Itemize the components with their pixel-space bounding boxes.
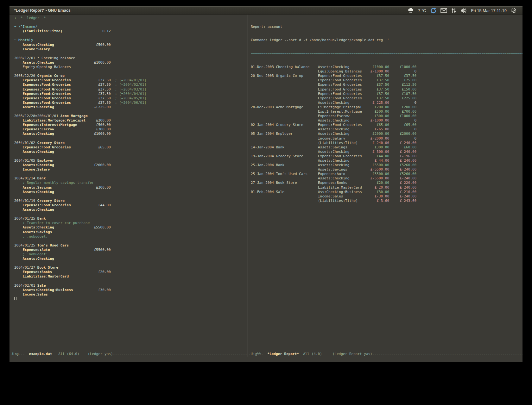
source-line: Expenses:Auto £5500.00 (14, 248, 248, 252)
register-account: Assets:Savings (318, 167, 362, 172)
register-row[interactable]: 01-Dec-2003 Checking balanceAssets:Check… (251, 65, 522, 69)
source-line (14, 154, 248, 159)
register-row[interactable]: (Liabilities:Tithe)£-3.60£-243.60 (251, 199, 522, 203)
register-amount: £-3.60 (362, 199, 389, 203)
register-row[interactable]: 19-Jan-2004 Grocery StoreExpens:Food:Gro… (251, 154, 522, 159)
register-row[interactable]: Expens:Food:Groceries£37.50£225.00 (251, 96, 522, 101)
register-row[interactable]: 25-Jan-2004 BankAssets:Checking£5500.00£… (251, 163, 522, 167)
report-buffer[interactable]: Report: account Command: ledger --sort d… (248, 15, 522, 351)
text-cursor (14, 297, 16, 300)
source-line (14, 297, 248, 301)
source-line: Expenses:Food:Groceries £44.00 (14, 203, 248, 208)
ledger-buffer[interactable]: ; -*- ledger -*-= /^Income/ (Liabilities… (10, 15, 248, 351)
source-line (14, 109, 248, 114)
ledger-report-window[interactable]: Report: account Command: ledger --sort d… (248, 15, 522, 357)
register-date-payee (251, 96, 318, 101)
ledger-file-window[interactable]: ; -*- ledger -*-= /^Income/ (Liabilities… (10, 15, 248, 357)
register-amount: £30.00 (362, 190, 389, 194)
report-entries: 01-Dec-2003 Checking balanceAssets:Check… (251, 65, 522, 203)
window-titlebar[interactable]: *Ledger Report* - GNU Emacs 7 °C (10, 6, 522, 15)
modeline-position-modes: All (4,0) (Ledger Report yas) (299, 351, 372, 357)
register-row[interactable]: 27-Jan-2004 Book StoreExpenses:Books£20.… (251, 181, 522, 185)
source-line: Expenses:Food:Groceries £37.50 ; [=2004/… (14, 87, 248, 92)
register-date-payee (251, 92, 318, 96)
register-balance: 0 (389, 127, 416, 132)
register-row[interactable]: Exp:Interest:Mortgage£500.00£700.00 (251, 109, 522, 114)
register-balance: 0 (389, 101, 416, 105)
register-account: Exp:Interest:Mortgage (318, 109, 362, 114)
register-account: Expenses:Books (318, 181, 362, 185)
minibuffer[interactable] (10, 357, 522, 362)
register-amount: £37.50 (362, 78, 389, 83)
register-date-payee: 25-Jan-2004 Tom's Used Cars (251, 172, 318, 176)
power-gear-icon[interactable] (511, 8, 517, 14)
source-line: Expenses:Food:Groceries £37.50 ; [=2004/… (14, 96, 248, 101)
register-balance: £150.00 (389, 87, 416, 92)
register-date-payee (251, 101, 318, 105)
source-line: 2004/01/25 Tom's Used Cars (14, 243, 248, 248)
modeline-buffer-name: example.dat (29, 351, 52, 357)
register-row[interactable]: 20-Dec-2003 Organic Co-opExpens:Food:Gro… (251, 74, 522, 78)
register-row[interactable]: 28-Dec-2003 Acme MortgageLi:Mortgage:Pri… (251, 105, 522, 109)
register-row[interactable]: 05-Jan-2004 EmployerAssets:Checking£2000… (251, 132, 522, 136)
register-balance: £-243.60 (389, 199, 416, 203)
register-row[interactable]: Expens:Food:Groceries£37.50£187.50 (251, 92, 522, 96)
register-balance: £187.50 (389, 92, 416, 96)
register-balance: £-240.00 (389, 150, 416, 154)
register-account: Li:Mortgage:Principal (318, 105, 362, 109)
source-line: 2004/01/25 Bank (14, 216, 248, 221)
register-account: Income:Sales (318, 194, 362, 199)
register-row[interactable]: Assets:Checking£-225.000 (251, 101, 522, 105)
source-line: ; Regular monthly savings transfer (14, 181, 248, 185)
source-line (14, 136, 248, 141)
register-row[interactable]: Assets:Checking£-65.000 (251, 127, 522, 132)
register-amount: £-20.00 (362, 185, 389, 190)
source-line: Assets:Checking £1000.00 (14, 60, 248, 65)
refresh-icon[interactable] (430, 8, 436, 14)
register-row[interactable]: Income:Sales£-30.00£-240.00 (251, 194, 522, 199)
source-line: Assets:Checking (14, 150, 248, 154)
volume-icon[interactable] (460, 8, 467, 13)
source-line: Expenses:Food:Groceries £37.50 ; [=2004/… (14, 78, 248, 83)
register-row[interactable]: 02-Jan-2004 Grocery StoreExpens:Food:Gro… (251, 123, 522, 127)
register-row[interactable]: Liabilitie:MasterCard£-20.00£-240.00 (251, 185, 522, 190)
register-amount: £20.00 (362, 181, 389, 185)
register-row[interactable]: Assets:Checking£-300.00£-240.00 (251, 150, 522, 154)
register-account: Expenses:Auto (318, 172, 362, 176)
register-account: Assets:Checking (318, 132, 362, 136)
register-date-payee (251, 194, 318, 199)
register-row[interactable]: Expenses:Escrow£300.00£1000.00 (251, 114, 522, 118)
report-title-line: Report: account (251, 25, 522, 29)
register-row[interactable]: Expens:Food:Groceries£37.50£75.00 (251, 78, 522, 83)
network-icon[interactable] (451, 8, 456, 13)
register-row[interactable]: 01-Feb-2004 SaleAss:Checking:Business£30… (251, 190, 522, 194)
register-account: Expens:Food:Groceries (318, 87, 362, 92)
register-amount: £-1000.00 (362, 69, 389, 74)
register-row[interactable]: 14-Jan-2004 BankAssets:Savings£300.00£60… (251, 145, 522, 150)
register-row[interactable]: Assets:Checking£-5500.00£-240.00 (251, 176, 522, 181)
register-account: Equi:Opening Balances (318, 69, 362, 74)
register-row[interactable]: Expens:Food:Groceries£37.50£150.00 (251, 87, 522, 92)
left-modeline[interactable]: -U:@--- example.dat All (64,0) (Ledger y… (10, 351, 248, 357)
register-row[interactable]: Equi:Opening Balances£-1000.000 (251, 69, 522, 74)
register-row[interactable]: Expens:Food:Groceries£37.50£112.50 (251, 83, 522, 87)
weather-icon[interactable] (408, 8, 414, 13)
register-row[interactable]: Assets:Savings£-5500.00£-240.00 (251, 167, 522, 172)
register-row[interactable]: Income:Salary£-2000.000 (251, 136, 522, 141)
register-row[interactable]: (Liabilities:Tithe)£-240.00£-240.00 (251, 141, 522, 145)
register-row[interactable]: Assets:Checking£-1000.000 (251, 118, 522, 123)
register-balance: £-240.00 (389, 159, 416, 163)
right-modeline[interactable]: -U:@%%- *Ledger Report* All (4,0) (Ledge… (248, 351, 522, 357)
source-line: 2003/12/01 * Checking balance (14, 56, 248, 60)
register-amount: £1000.00 (362, 65, 389, 69)
register-date-payee (251, 176, 318, 181)
register-row[interactable]: Assets:Checking£-44.00£-240.00 (251, 159, 522, 163)
register-account: Assets:Checking (318, 65, 362, 69)
source-line: Income:Salary (14, 47, 248, 52)
register-row[interactable]: 25-Jan-2004 Tom's Used CarsExpenses:Auto… (251, 172, 522, 176)
register-balance: £1000.00 (389, 114, 416, 118)
mail-icon[interactable] (440, 8, 447, 13)
emacs-frame: *Ledger Report* - GNU Emacs 7 °C (10, 6, 522, 362)
register-amount: £37.50 (362, 74, 389, 78)
modeline-buffer-name: *Ledger Report* (268, 351, 299, 357)
